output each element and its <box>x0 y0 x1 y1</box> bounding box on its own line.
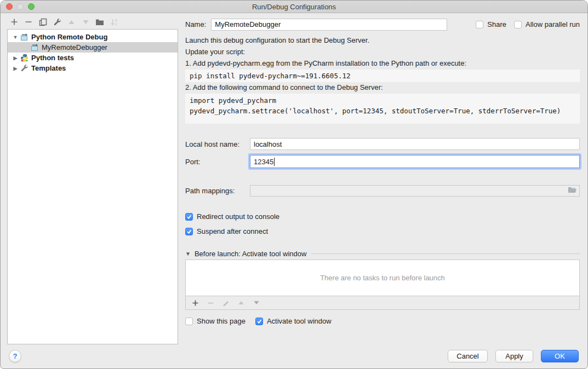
chevron-right-icon[interactable]: ▶ <box>11 66 20 71</box>
add-configuration-icon[interactable] <box>10 18 19 26</box>
copy-configuration-icon[interactable] <box>38 18 47 26</box>
suspend-after-connect-row[interactable]: Suspend after connect <box>185 227 580 235</box>
dialog-buttons: Cancel Apply OK <box>448 350 579 362</box>
show-this-page-checkbox[interactable] <box>185 318 193 325</box>
tree-item-label: Python Remote Debug <box>31 33 107 41</box>
move-task-up-icon[interactable] <box>237 298 246 307</box>
pip-install-code: pip install pydevd-pycharm~=191.6605.12 <box>185 70 580 82</box>
collapse-triangle-icon[interactable]: ▼ <box>185 251 191 257</box>
move-down-icon[interactable] <box>81 18 90 26</box>
ok-button[interactable]: OK <box>541 350 579 362</box>
title-bar: Run/Debug Configurations <box>1 1 587 13</box>
name-input[interactable] <box>211 19 447 31</box>
share-checkbox-row[interactable]: Share <box>476 20 506 28</box>
show-this-page-label: Show this page <box>197 317 246 325</box>
port-row: Port: 12345 <box>185 154 580 169</box>
local-host-input[interactable] <box>250 138 580 150</box>
redirect-output-row[interactable]: Redirect output to console <box>185 212 580 221</box>
before-launch-title: Before launch: Activate tool window <box>195 250 307 258</box>
path-mappings-input[interactable] <box>250 185 580 197</box>
chevron-down-icon[interactable]: ▼ <box>11 34 20 40</box>
step1-text: 1. Add pydevd-pycharm.egg from the PyCha… <box>185 59 580 67</box>
tree-item-templates[interactable]: ▶ Templates <box>8 63 178 73</box>
share-checkbox[interactable] <box>476 21 483 28</box>
settrace-code-line1: import pydevd_pycharm <box>190 96 276 105</box>
page-options-row: Show this page Activate tool window <box>185 317 580 325</box>
run-debug-configurations-dialog: Run/Debug Configurations az ▼ <box>0 0 588 369</box>
port-value: 12345 <box>254 158 273 166</box>
update-script-text: Update your script: <box>185 48 580 56</box>
edit-task-pencil-icon[interactable] <box>221 298 230 307</box>
remote-debug-icon <box>20 33 28 42</box>
settrace-code: import pydevd_pycharm pydevd_pycharm.set… <box>185 94 580 124</box>
name-row: Name: Share Allow parallel run <box>185 18 580 31</box>
window-controls <box>6 1 35 13</box>
apply-button[interactable]: Apply <box>495 350 533 362</box>
name-label: Name: <box>185 20 206 28</box>
add-task-icon[interactable] <box>191 298 199 307</box>
zoom-window-button[interactable] <box>28 3 35 10</box>
local-host-row: Local host name: <box>185 138 580 150</box>
path-mappings-label: Path mappings: <box>185 187 250 195</box>
tree-item-myremotedebugger-selected[interactable]: MyRemoteDebugger <box>8 42 178 53</box>
show-this-page-row[interactable]: Show this page <box>185 317 246 325</box>
activate-tool-window-checkbox[interactable] <box>255 318 263 325</box>
port-input[interactable]: 12345 <box>250 155 580 168</box>
tree-item-label: Python tests <box>31 54 74 62</box>
move-task-down-icon[interactable] <box>252 298 261 307</box>
settrace-code-line2: pydevd_pycharm.settrace('localhost', por… <box>190 107 561 115</box>
tree-item-python-remote-debug[interactable]: ▼ Python Remote Debug <box>8 32 178 42</box>
cancel-button[interactable]: Cancel <box>448 350 488 362</box>
svg-text:z: z <box>115 22 117 26</box>
svg-text:a: a <box>115 18 117 22</box>
browse-folder-icon[interactable] <box>568 186 577 195</box>
help-button[interactable]: ? <box>9 350 21 362</box>
move-up-icon[interactable] <box>67 18 76 26</box>
text-caret <box>274 158 275 166</box>
templates-wrench-icon <box>20 64 28 73</box>
activate-tool-window-row[interactable]: Activate tool window <box>255 317 332 325</box>
activate-tool-window-label: Activate tool window <box>267 317 332 325</box>
allow-parallel-run-checkbox-row[interactable]: Allow parallel run <box>514 20 580 28</box>
tree-item-label: Templates <box>31 64 66 72</box>
sort-configurations-icon[interactable]: az <box>110 18 118 26</box>
no-tasks-text: There are no tasks to run before launch <box>320 274 445 282</box>
allow-parallel-run-checkbox[interactable] <box>514 21 522 28</box>
suspend-after-connect-checkbox[interactable] <box>185 228 193 235</box>
tree-item-python-tests[interactable]: ▶ Python tests <box>8 53 178 63</box>
separator-line <box>311 253 580 254</box>
remove-configuration-icon[interactable] <box>24 18 33 26</box>
window-title: Run/Debug Configurations <box>1 3 587 11</box>
configurations-tree: ▼ Python Remote Debug MyRemoteDebugger ▶ <box>7 29 178 344</box>
remote-debug-icon <box>30 43 39 52</box>
step2-text: 2. Add the following command to connect … <box>185 83 580 91</box>
chevron-right-icon[interactable]: ▶ <box>11 55 20 61</box>
path-mappings-row: Path mappings: <box>185 184 580 197</box>
before-launch-header[interactable]: ▼ Before launch: Activate tool window <box>185 250 580 258</box>
redirect-output-checkbox[interactable] <box>185 213 193 221</box>
before-launch-toolbar <box>185 296 580 310</box>
before-launch-tasks-list[interactable]: There are no tasks to run before launch <box>185 260 580 296</box>
allow-parallel-run-label: Allow parallel run <box>526 20 580 28</box>
new-folder-icon[interactable] <box>95 18 104 26</box>
local-host-label: Local host name: <box>185 140 250 148</box>
share-label: Share <box>487 20 506 28</box>
edit-templates-wrench-icon[interactable] <box>53 18 61 26</box>
remove-task-icon[interactable] <box>206 298 215 307</box>
intro-text: Launch this debug configuration to start… <box>185 36 580 44</box>
configurations-toolbar: az <box>10 18 118 26</box>
minimize-window-button[interactable] <box>17 3 24 10</box>
port-label: Port: <box>185 158 250 166</box>
python-tests-icon <box>20 54 28 62</box>
redirect-output-label: Redirect output to console <box>197 212 279 221</box>
suspend-after-connect-label: Suspend after connect <box>197 227 268 235</box>
tree-item-label: MyRemoteDebugger <box>42 43 107 51</box>
close-window-button[interactable] <box>6 3 13 10</box>
